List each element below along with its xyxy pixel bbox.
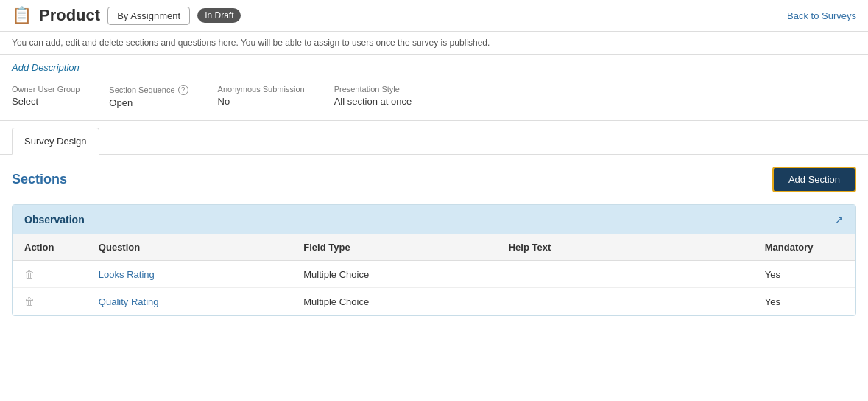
col-header-question: Question	[87, 234, 292, 261]
back-to-surveys-link[interactable]: Back to Surveys	[787, 10, 856, 21]
section-sequence-label-text: Section Sequence	[109, 86, 174, 94]
section-sequence-field: Section Sequence ? Open	[109, 85, 188, 108]
section-sequence-label: Section Sequence ?	[109, 85, 188, 95]
presentation-style-label: Presentation Style	[334, 85, 412, 94]
presentation-style-field: Presentation Style All section at once	[334, 85, 412, 108]
by-assignment-button[interactable]: By Assignment	[107, 7, 190, 25]
tab-survey-design[interactable]: Survey Design	[12, 128, 99, 155]
question-link-1[interactable]: Quality Rating	[99, 296, 159, 307]
anonymous-submission-value: No	[218, 96, 305, 107]
draft-badge: In Draft	[197, 8, 241, 23]
col-header-field-type: Field Type	[292, 234, 496, 261]
tab-survey-design-label: Survey Design	[24, 136, 87, 147]
help-text-cell-1	[497, 288, 753, 315]
col-header-action: Action	[13, 234, 87, 261]
delete-cell: 🗑	[13, 288, 87, 315]
owner-user-group-field: Owner User Group Select	[12, 85, 80, 108]
mandatory-cell-0: Yes	[753, 261, 855, 288]
sections-area: Sections Add Section Observation ↗ Actio…	[0, 155, 868, 328]
presentation-style-value: All section at once	[334, 96, 412, 107]
add-description-link[interactable]: Add Description	[0, 55, 868, 80]
delete-cell: 🗑	[13, 261, 87, 288]
info-bar: You can add, edit and delete sections an…	[0, 32, 868, 55]
observation-block: Observation ↗ Action Question Field Type…	[12, 204, 856, 316]
field-type-cell-0: Multiple Choice	[292, 261, 496, 288]
header: 📋 Product By Assignment In Draft Back to…	[0, 0, 868, 32]
sections-title: Sections	[12, 172, 67, 187]
table-row: 🗑 Looks Rating Multiple Choice Yes	[13, 261, 855, 288]
anonymous-submission-label: Anonymous Submission	[218, 85, 305, 94]
info-message: You can add, edit and delete sections an…	[12, 38, 490, 48]
delete-icon-0[interactable]: 🗑	[24, 268, 35, 280]
observation-title: Observation	[24, 214, 85, 226]
tabs: Survey Design	[0, 127, 868, 155]
anonymous-submission-field: Anonymous Submission No	[218, 85, 305, 108]
help-icon[interactable]: ?	[178, 85, 188, 95]
field-type-cell-1: Multiple Choice	[292, 288, 496, 315]
col-header-mandatory: Mandatory	[753, 234, 855, 261]
observation-header: Observation ↗	[13, 205, 855, 234]
header-left: 📋 Product By Assignment In Draft	[12, 6, 787, 25]
questions-table: Action Question Field Type Help Text Man…	[13, 234, 855, 315]
delete-icon-1[interactable]: 🗑	[24, 296, 35, 307]
edit-icon[interactable]: ↗	[835, 214, 844, 226]
form-fields: Owner User Group Select Section Sequence…	[0, 80, 868, 121]
sections-header: Sections Add Section	[12, 167, 856, 192]
owner-user-group-value[interactable]: Select	[12, 96, 80, 107]
question-cell-0: Looks Rating	[87, 261, 292, 288]
col-header-help-text: Help Text	[497, 234, 753, 261]
owner-user-group-label: Owner User Group	[12, 85, 80, 94]
table-header-row: Action Question Field Type Help Text Man…	[13, 234, 855, 261]
add-section-button[interactable]: Add Section	[772, 167, 856, 192]
section-sequence-value: Open	[109, 97, 188, 108]
help-text-cell-0	[497, 261, 753, 288]
table-row: 🗑 Quality Rating Multiple Choice Yes	[13, 288, 855, 315]
question-link-0[interactable]: Looks Rating	[99, 269, 155, 280]
question-cell-1: Quality Rating	[87, 288, 292, 315]
mandatory-cell-1: Yes	[753, 288, 855, 315]
page-title: Product	[39, 6, 100, 25]
survey-icon: 📋	[12, 6, 32, 25]
